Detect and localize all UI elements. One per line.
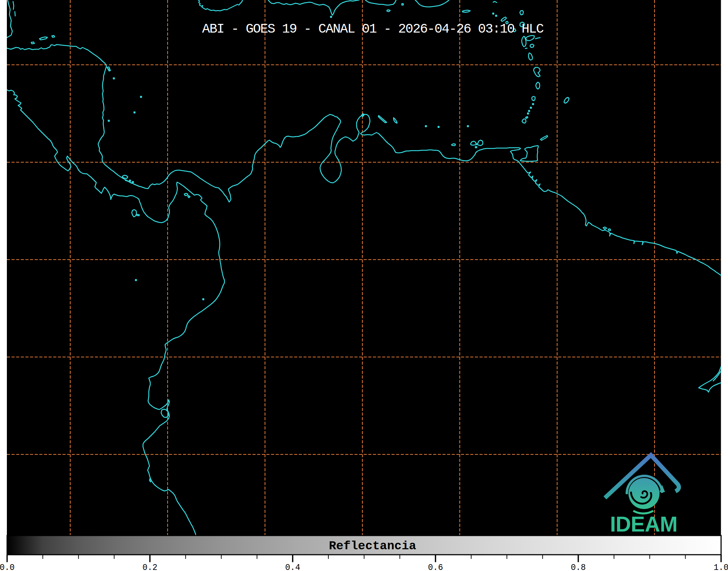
svg-text:0.6: 0.6 — [428, 563, 443, 571]
svg-text:0.2: 0.2 — [142, 563, 157, 571]
svg-text:0.4: 0.4 — [285, 563, 300, 571]
svg-text:ABI - GOES 19 - CANAL 01 - 202: ABI - GOES 19 - CANAL 01 - 2026-04-26 03… — [202, 22, 543, 37]
svg-text:1.0: 1.0 — [714, 563, 728, 571]
svg-text:IDEAM: IDEAM — [610, 512, 677, 536]
svg-text:Reflectancia: Reflectancia — [329, 539, 416, 553]
svg-text:0.0: 0.0 — [0, 563, 14, 571]
svg-text:0.8: 0.8 — [571, 563, 586, 571]
